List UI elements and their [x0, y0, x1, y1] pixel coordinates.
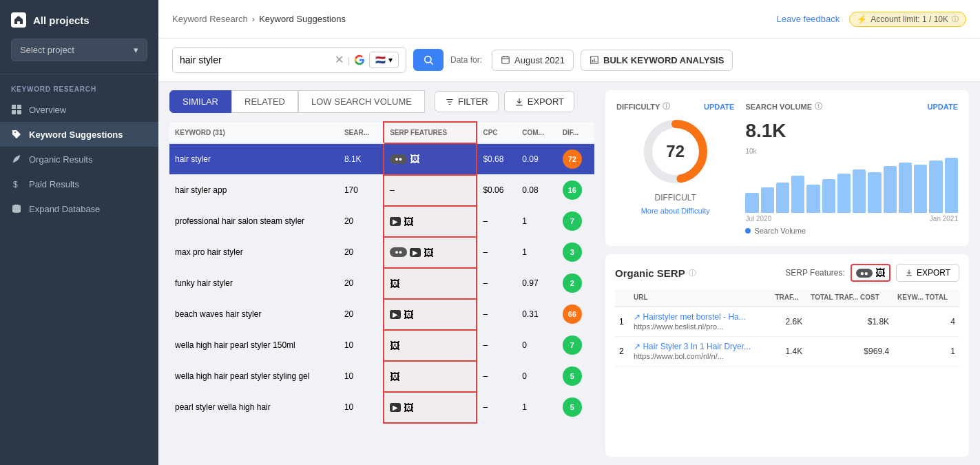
main-content: Keyword Research › Keyword Suggestions L… [158, 0, 980, 465]
table-row[interactable]: max pro hair styler20●●▶🖼–13 [169, 237, 594, 268]
export-button[interactable]: EXPORT [504, 91, 574, 112]
comp-cell: 0.09 [517, 143, 557, 175]
date-button[interactable]: August 2021 [492, 50, 574, 71]
search-input[interactable] [180, 54, 331, 65]
sidebar-item-label: Paid Results [29, 179, 79, 189]
divider: | [348, 55, 350, 65]
keyword-cell: pearl styler wella high hair [169, 392, 339, 423]
diff-cell: 7 [557, 330, 594, 361]
keyword-cell: funky hair styler [169, 268, 339, 299]
tab-low-search-volume[interactable]: LOW SEARCH VOLUME [298, 90, 425, 113]
keyword-cell: max pro hair styler [169, 237, 339, 268]
sidebar-item-organic-results[interactable]: Organic Results [0, 147, 158, 172]
legend-label: Search Volume [754, 227, 806, 235]
comp-cell: 1 [517, 237, 557, 268]
topbar: Keyword Research › Keyword Suggestions L… [158, 0, 980, 39]
serp-features-label: SERP Features: [785, 268, 844, 278]
chart-bar [837, 174, 851, 213]
search-button[interactable] [413, 49, 444, 71]
sidebar-item-label: Overview [29, 105, 66, 115]
difficulty-update-link[interactable]: Update [704, 103, 734, 111]
diff-badge: 7 [563, 335, 582, 355]
all-projects-link[interactable]: All projects [11, 12, 147, 28]
serp-traffic: 2.6K [771, 307, 807, 337]
difficulty-section: DIFFICULTY ⓘ Update 72 DIFFICULT More ab [616, 101, 734, 235]
svg-rect-3 [17, 110, 21, 114]
serp-export-button[interactable]: EXPORT [896, 264, 959, 282]
clear-button[interactable]: ✕ [335, 54, 344, 65]
comp-cell: 1 [517, 392, 557, 423]
search-volume-update-link[interactable]: Update [928, 103, 958, 111]
difficulty-info-icon: ⓘ [663, 101, 670, 112]
dollar-icon: $ [11, 178, 22, 189]
date-label: August 2021 [514, 55, 565, 65]
tab-similar[interactable]: SIMILAR [169, 90, 231, 113]
search-vol-cell: 20 [339, 299, 384, 330]
table-row[interactable]: hair styler8.1K●●🖼$0.680.0972 [169, 143, 594, 175]
search-volume-info-icon: ⓘ [815, 101, 822, 112]
table-row[interactable]: professional hair salon steam styler20▶🖼… [169, 206, 594, 237]
breadcrumb-parent[interactable]: Keyword Research [172, 14, 248, 24]
chevron-down-icon: ▾ [388, 55, 393, 65]
search-vol-cell: 10 [339, 330, 384, 361]
sidebar-item-overview[interactable]: Overview [0, 97, 158, 122]
serp-features-cell: ▶🖼 [384, 299, 477, 330]
col-keyword[interactable]: KEYWORD (31) [169, 122, 339, 143]
account-limit-text: Account limit: 1 / 10K [870, 14, 948, 24]
search-volume-value: 8.1K [745, 120, 958, 142]
tab-related[interactable]: RELATED [231, 90, 298, 113]
cpc-cell: – [477, 268, 517, 299]
project-select[interactable]: Select project ▾ [11, 39, 147, 61]
sidebar-top: All projects Select project ▾ [0, 0, 158, 74]
chart-bar [776, 183, 789, 213]
table-row[interactable]: beach waves hair styler20▶🖼–0.3166 [169, 299, 594, 330]
col-cpc[interactable]: CPC [477, 122, 517, 143]
chart-bar [806, 185, 820, 213]
leave-feedback-link[interactable]: Leave feedback [776, 14, 840, 24]
country-selector[interactable]: 🇳🇱 ▾ [369, 52, 399, 68]
serp-col-url: URL [629, 289, 771, 307]
col-search[interactable]: SEAR... [339, 122, 384, 143]
search-volume-label: SEARCH VOLUME [745, 103, 812, 111]
svg-point-6 [425, 56, 431, 63]
serp-table: URL TRAF... TOTAL TRAF... COST KEYW... T… [615, 289, 959, 366]
filter-button[interactable]: FILTER [435, 91, 499, 112]
serp-features-cell: 🖼 [384, 361, 477, 392]
table-row[interactable]: hair styler app170–$0.060.0816 [169, 175, 594, 206]
organic-serp-card: Organic SERP ⓘ SERP Features: ●● 🖼 EXPOR… [605, 254, 969, 457]
serp-rank: 2 [615, 337, 629, 366]
diff-badge: 5 [563, 366, 582, 386]
sidebar-item-expand-database[interactable]: Expand Database [0, 196, 158, 221]
table-row[interactable]: funky hair styler20🖼–0.972 [169, 268, 594, 299]
sidebar-item-label: Keyword Suggestions [29, 130, 123, 140]
sidebar-item-paid-results[interactable]: $ Paid Results [0, 172, 158, 196]
search-box: ✕ | 🇳🇱 ▾ [172, 47, 406, 73]
cpc-cell: – [477, 330, 517, 361]
table-row[interactable]: wella high hair pearl styler styling gel… [169, 361, 594, 392]
table-row[interactable]: wella high hair pearl styler 150ml10🖼–07 [169, 330, 594, 361]
keyword-cell: wella high hair pearl styler 150ml [169, 330, 339, 361]
more-about-difficulty-link[interactable]: More about Difficulty [641, 207, 710, 215]
info-icon: ⓘ [952, 14, 959, 24]
video-icon: ▶ [410, 248, 421, 257]
chart-bar [929, 161, 942, 213]
chart-label-right: Jan 2021 [930, 215, 958, 223]
svg-rect-8 [502, 56, 510, 63]
search-vol-cell: 170 [339, 175, 384, 206]
cpc-cell: $0.06 [477, 175, 517, 206]
difficulty-value: 72 [666, 142, 685, 161]
table-row[interactable]: pearl styler wella high hair10▶🖼–15 [169, 392, 594, 423]
filter-icon [445, 97, 455, 107]
bulk-analysis-button[interactable]: BULK KEYWORD ANALYSIS [581, 50, 733, 71]
serp-link[interactable]: ↗ Hair Styler 3 In 1 Hair Dryer... [634, 342, 767, 351]
filter-export-group: FILTER EXPORT [435, 91, 574, 112]
col-comp[interactable]: COM... [517, 122, 557, 143]
serp-info-icon: ⓘ [689, 268, 696, 278]
col-diff[interactable]: DIF... [557, 122, 594, 143]
serp-table-row: 1↗ Hairstyler met borstel - Ha...https:/… [615, 307, 959, 337]
flag-icon: 🇳🇱 [375, 55, 386, 65]
serp-cost: $969.4 [806, 337, 893, 366]
sidebar-item-keyword-suggestions[interactable]: Keyword Suggestions [0, 122, 158, 147]
col-serp[interactable]: SERP FEATURES [384, 122, 477, 143]
serp-link[interactable]: ↗ Hairstyler met borstel - Ha... [634, 312, 767, 322]
